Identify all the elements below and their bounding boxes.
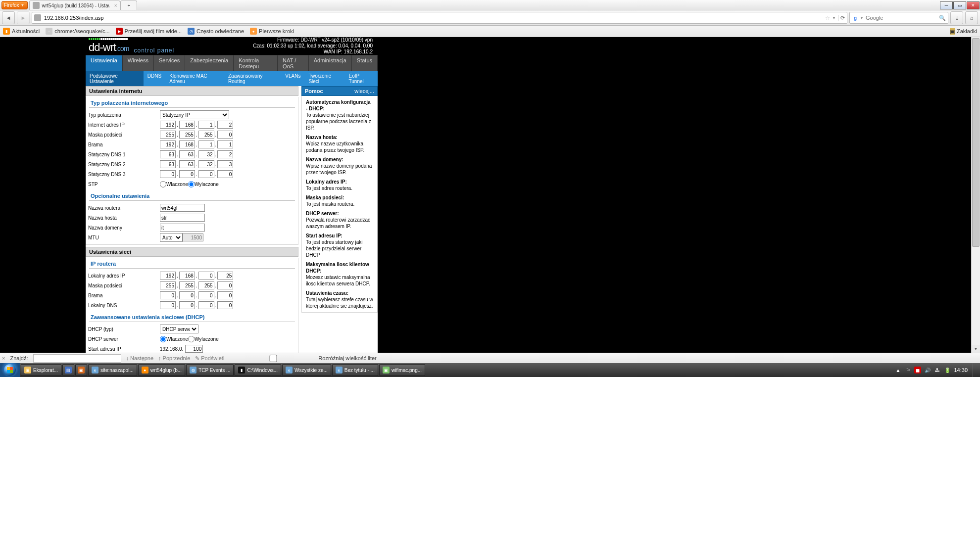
dns1-1[interactable] [160, 150, 176, 158]
lan-dns-2[interactable] [179, 301, 195, 309]
tab-ustawienia[interactable]: Ustawienia [86, 55, 123, 71]
wan-mask-1[interactable] [160, 131, 176, 139]
dns3-2[interactable] [179, 170, 195, 178]
bookmark-item[interactable]: ▶Prześlij swój film wide... [116, 28, 182, 35]
wan-ip-3[interactable] [198, 121, 214, 129]
wan-gw-2[interactable] [179, 140, 195, 148]
dropdown-icon[interactable]: ▼ [832, 16, 836, 20]
stp-on-radio[interactable] [160, 181, 166, 187]
downloads-button[interactable]: ⤓ [950, 11, 963, 24]
search-input[interactable] [865, 14, 937, 21]
task-item[interactable]: ▣wifimac.png... [379, 364, 425, 376]
close-tab-icon[interactable]: × [114, 3, 117, 8]
dhcp-on-radio[interactable] [160, 336, 166, 342]
start-button[interactable] [0, 363, 20, 377]
bookmark-item[interactable]: ▮Aktualności [3, 28, 40, 35]
firefox-menu-button[interactable]: Firefox ▼ [1, 1, 28, 9]
findbar-input[interactable] [33, 354, 121, 363]
dns2-3[interactable] [198, 160, 214, 168]
lan-ip-3[interactable] [198, 272, 214, 280]
subtab-basic[interactable]: Podstawowe Ustawienie [86, 71, 144, 86]
lan-gw-2[interactable] [179, 291, 195, 299]
dhcp-start-input[interactable] [185, 345, 203, 353]
bookmark-item[interactable]: ◷Często odwiedzane [188, 28, 244, 35]
vertical-scrollbar[interactable]: ▲ ▼ [971, 37, 980, 353]
lan-dns-1[interactable] [160, 301, 176, 309]
scrollbar-thumb[interactable] [972, 38, 980, 247]
wan-ip-2[interactable] [179, 121, 195, 129]
wan-mask-4[interactable] [217, 131, 233, 139]
new-tab-button[interactable]: + [120, 0, 137, 10]
connection-type-select[interactable]: Statyczny IP [160, 110, 229, 119]
lan-ip-4[interactable] [217, 272, 233, 280]
lan-gw-3[interactable] [198, 291, 214, 299]
lan-gw-1[interactable] [160, 291, 176, 299]
task-item[interactable]: ◍TCP Events ... [186, 364, 234, 376]
home-button[interactable]: ⌂ [965, 11, 978, 24]
subtab-ddns[interactable]: DDNS [144, 71, 165, 86]
search-icon[interactable]: 🔍 [939, 15, 946, 21]
lan-mask-1[interactable] [160, 281, 176, 289]
subtab-networking[interactable]: Tworzenie Sieci [304, 71, 344, 86]
task-item[interactable]: eBez tytułu - ... [332, 364, 378, 376]
clock[interactable]: 14:30 [954, 367, 968, 373]
window-maximize-button[interactable]: ▭ [953, 1, 966, 9]
wan-gw-4[interactable] [217, 140, 233, 148]
findbar-prev-button[interactable]: ↑ Poprzednie [158, 355, 190, 361]
back-button[interactable]: ◄ [2, 11, 15, 24]
task-item[interactable]: esite:naszapol... [88, 364, 137, 376]
bookmark-star-icon[interactable]: ☆ [825, 15, 830, 21]
task-item[interactable]: ▣ [75, 364, 87, 376]
findbar-close-icon[interactable]: × [2, 355, 5, 361]
dhcp-type-select[interactable]: DHCP serwer [160, 325, 198, 333]
wan-mask-3[interactable] [198, 131, 214, 139]
url-bar[interactable]: ☆ ▼ ⟳ [32, 12, 847, 24]
dns2-4[interactable] [217, 160, 233, 168]
show-desktop-button[interactable] [973, 363, 977, 377]
mtu-mode-select[interactable]: Auto [160, 233, 183, 242]
findbar-next-button[interactable]: ↓ Następne [126, 355, 154, 361]
network-icon[interactable]: 🖧 [934, 367, 941, 373]
dns1-4[interactable] [217, 150, 233, 158]
tab-access[interactable]: Kontrola Dostepu [234, 55, 278, 71]
subtab-vlan[interactable]: VLANs [281, 71, 304, 86]
task-item[interactable]: ▮C:\Windows... [235, 364, 281, 376]
task-item[interactable]: ▣Eksplorat... [21, 364, 61, 376]
wan-gw-1[interactable] [160, 140, 176, 148]
wan-gw-3[interactable] [198, 140, 214, 148]
task-item[interactable]: eWszystkie ze... [282, 364, 331, 376]
window-minimize-button[interactable]: ─ [940, 1, 953, 9]
task-item[interactable]: ▤ [62, 364, 74, 376]
dns2-2[interactable] [179, 160, 195, 168]
wan-mask-2[interactable] [179, 131, 195, 139]
findbar-case-checkbox[interactable]: Rozróżniaj wielkość liter [229, 353, 376, 364]
reload-icon[interactable]: ⟳ [838, 15, 845, 21]
lan-dns-4[interactable] [217, 301, 233, 309]
lan-mask-3[interactable] [198, 281, 214, 289]
dns1-2[interactable] [179, 150, 195, 158]
domain-name-input[interactable] [160, 224, 205, 232]
subtab-mac[interactable]: Klonowanie MAC Adresu [165, 71, 224, 86]
browser-tab[interactable]: wrt54glup (build 13064) - Ustawienia × [29, 0, 120, 10]
scroll-down-icon[interactable]: ▼ [972, 345, 980, 353]
tab-wireless[interactable]: Wireless [123, 55, 154, 71]
lan-ip-2[interactable] [179, 272, 195, 280]
volume-icon[interactable]: 🔊 [924, 367, 931, 373]
subtab-routing[interactable]: Zaawansowany Routing [224, 71, 281, 86]
power-icon[interactable]: 🔋 [944, 367, 951, 373]
search-dropdown-icon[interactable]: ▾ [861, 16, 863, 20]
flag-icon[interactable]: ⚐ [904, 367, 911, 373]
lan-mask-4[interactable] [217, 281, 233, 289]
dns2-1[interactable] [160, 160, 176, 168]
dns3-1[interactable] [160, 170, 176, 178]
tab-security[interactable]: Zabezpieczenia [185, 55, 234, 71]
lan-gw-4[interactable] [217, 291, 233, 299]
host-name-input[interactable] [160, 214, 205, 222]
dns3-3[interactable] [198, 170, 214, 178]
tab-admin[interactable]: Administracja [309, 55, 352, 71]
router-name-input[interactable] [160, 204, 205, 212]
subtab-eoip[interactable]: EoIP Tunnel [345, 71, 378, 86]
wan-ip-1[interactable] [160, 121, 176, 129]
bookmark-item[interactable]: ▫chrome://seoquake/c... [46, 28, 109, 35]
bookmarks-menu-button[interactable]: Zakładki [957, 28, 977, 34]
